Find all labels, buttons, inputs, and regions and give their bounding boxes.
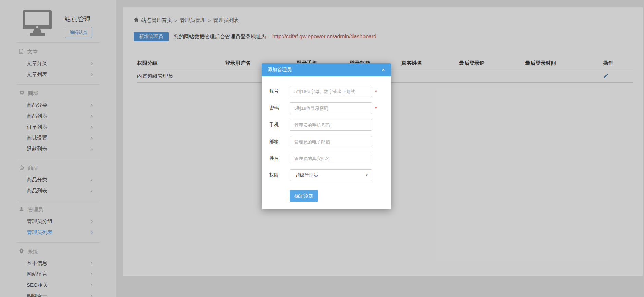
account-label: 账号: [269, 88, 290, 94]
name-input[interactable]: [290, 153, 372, 164]
phone-label: 手机: [269, 122, 290, 128]
modal-body: 账号 * 密码 * 手机 邮箱 姓名 权限 超级管理员 ▼: [262, 76, 391, 202]
email-input[interactable]: [290, 136, 372, 147]
permission-label: 权限: [269, 172, 290, 178]
password-input[interactable]: [290, 102, 372, 114]
form-row-phone: 手机: [269, 119, 391, 131]
confirm-add-button[interactable]: 确定添加: [290, 190, 318, 202]
form-row-email: 邮箱: [269, 136, 391, 147]
modal-header: 添加管理员 ×: [262, 63, 391, 76]
required-mark: *: [375, 89, 377, 94]
form-row-account: 账号 *: [269, 86, 391, 97]
close-icon[interactable]: ×: [382, 67, 385, 73]
password-label: 密码: [269, 105, 290, 111]
form-row-permission: 权限 超级管理员 ▼: [269, 169, 391, 181]
caret-down-icon: ▼: [365, 173, 368, 177]
modal-title: 添加管理员: [268, 67, 292, 73]
add-admin-modal: 添加管理员 × 账号 * 密码 * 手机 邮箱 姓名 权限 超: [262, 63, 391, 209]
email-label: 邮箱: [269, 139, 290, 145]
account-input[interactable]: [290, 86, 372, 97]
required-mark: *: [375, 105, 377, 111]
form-row-password: 密码 *: [269, 102, 391, 114]
name-label: 姓名: [269, 155, 290, 162]
permission-select[interactable]: 超级管理员 ▼: [290, 169, 372, 181]
form-row-name: 姓名: [269, 153, 391, 164]
permission-select-value: 超级管理员: [296, 172, 318, 178]
phone-input[interactable]: [290, 119, 372, 131]
